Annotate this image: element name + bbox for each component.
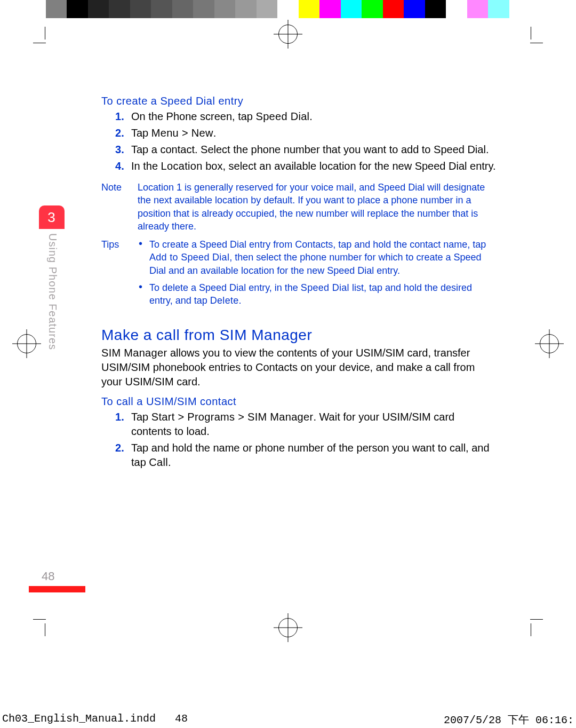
procedure-steps: On the Phone screen, tap Speed Dial. Tap…: [101, 109, 496, 173]
imposition-file: Ch03_English_Manual.indd 48: [2, 713, 188, 727]
step-text: Tap: [131, 411, 151, 423]
imposition-timestamp: 2007/5/28 下午 06:16:: [444, 713, 574, 727]
crop-mark-icon: [45, 623, 45, 636]
step-item: Tap Start > Programs > SIM Manager. Wait…: [131, 410, 496, 439]
step-text: Tap a contact. Select the phone number t…: [131, 144, 489, 155]
step-item: In the Location box, select an available…: [131, 159, 496, 173]
note-block: Note Location 1 is generally reserved fo…: [101, 181, 496, 233]
registration-mark-icon: [278, 25, 298, 44]
note-label: Note: [101, 181, 138, 233]
step-text: Tap and hold the name or phone number of…: [131, 442, 490, 468]
chapter-number-badge: 3: [39, 205, 65, 229]
procedure-steps: Tap Start > Programs > SIM Manager. Wait…: [101, 410, 496, 470]
ui-term: Call: [149, 456, 168, 468]
step-text: Tap: [131, 127, 151, 139]
registration-mark-icon: [540, 334, 559, 353]
step-text: .: [213, 127, 217, 139]
crop-mark-icon: [33, 619, 46, 620]
procedure-heading: To call a USIM/SIM contact: [101, 395, 496, 408]
chapter-tab: 3 Using Phone Features: [39, 205, 71, 350]
page-number: 48: [42, 569, 54, 583]
tip-text: To delete a Speed Dial entry, in the: [149, 282, 301, 293]
step-item: Tap a contact. Select the phone number t…: [131, 143, 496, 157]
tip-item: To delete a Speed Dial entry, in the Spe…: [149, 281, 496, 307]
crop-mark-icon: [531, 27, 531, 39]
registration-mark-icon: [17, 334, 36, 353]
tips-body: To create a Speed Dial entry from Contac…: [138, 238, 496, 311]
crop-mark-icon: [531, 623, 531, 636]
ui-term: SIM Manager: [101, 347, 167, 359]
step-text: In the: [131, 160, 161, 172]
step-text: .: [309, 110, 313, 122]
imposition-filename: Ch03_English_Manual.indd: [2, 713, 156, 725]
crop-mark-icon: [530, 43, 543, 43]
ui-term: Menu > New: [151, 127, 213, 139]
tip-text: .: [239, 295, 242, 306]
ui-term: Delete: [210, 295, 239, 306]
step-text: box, select an available location for th…: [203, 160, 496, 172]
procedure-heading: To create a Speed Dial entry: [101, 95, 496, 107]
step-item: Tap and hold the name or phone number of…: [131, 441, 496, 470]
ui-term: Speed Dial: [256, 110, 310, 122]
chapter-title-vertical: Using Phone Features: [46, 233, 59, 350]
step-item: On the Phone screen, tap Speed Dial.: [131, 109, 496, 124]
tips-block: Tips To create a Speed Dial entry from C…: [101, 238, 496, 311]
crop-mark-icon: [530, 619, 543, 620]
ui-term: Start > Programs > SIM Manager: [151, 411, 314, 423]
page-number-accent-bar: [29, 586, 85, 592]
imposition-footer: Ch03_English_Manual.indd 48 2007/5/28 下午…: [0, 710, 576, 728]
ui-term: Location: [161, 160, 203, 172]
section-heading: Make a call from SIM Manager: [101, 327, 496, 344]
ui-term: Speed Dial: [301, 282, 349, 293]
tip-text: To create a Speed Dial entry from Contac…: [149, 239, 486, 250]
note-body: Location 1 is generally reserved for you…: [138, 181, 496, 233]
step-text: On the Phone screen, tap: [131, 110, 256, 122]
page-content: To create a Speed Dial entry On the Phon…: [101, 95, 496, 477]
registration-mark-icon: [278, 618, 298, 637]
step-text: .: [168, 456, 171, 468]
color-calibration-bar: [46, 0, 530, 18]
tips-label: Tips: [101, 238, 138, 311]
tip-item: To create a Speed Dial entry from Contac…: [149, 238, 496, 277]
imposition-page: 48: [175, 713, 188, 725]
crop-mark-icon: [45, 27, 45, 39]
section-intro: SIM Manager allows you to view the conte…: [101, 346, 496, 389]
crop-mark-icon: [33, 43, 46, 43]
ui-term: Add to Speed Dial: [149, 252, 229, 263]
step-item: Tap Menu > New.: [131, 126, 496, 140]
